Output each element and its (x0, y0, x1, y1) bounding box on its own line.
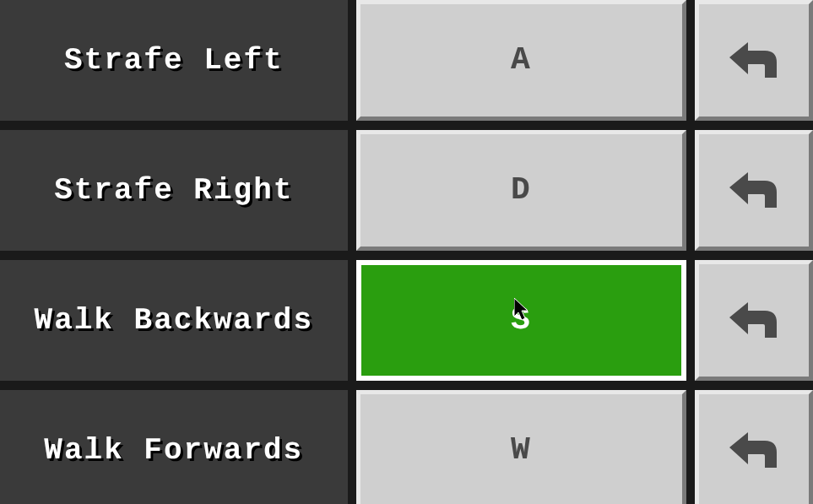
reset-button-walk-backwards[interactable] (695, 260, 813, 381)
reset-button-strafe-left[interactable] (695, 0, 813, 121)
keybind-button-strafe-right[interactable]: D (356, 130, 687, 251)
keybind-button-walk-backwards[interactable]: S (356, 260, 687, 381)
keybind-button-walk-forwards[interactable]: W (356, 390, 687, 504)
reset-button-walk-forwards[interactable] (695, 390, 813, 504)
keybind-label: Walk Forwards (0, 390, 348, 504)
keybind-row-walk-forwards: Walk Forwards W (0, 390, 813, 504)
undo-icon (724, 427, 783, 474)
keybind-label: Strafe Right (0, 130, 348, 251)
reset-button-strafe-right[interactable] (695, 130, 813, 251)
keybind-row-strafe-right: Strafe Right D (0, 130, 813, 251)
keybind-label: Strafe Left (0, 0, 348, 121)
keybind-row-walk-backwards: Walk Backwards S (0, 260, 813, 381)
undo-icon (724, 297, 783, 344)
keybind-label: Walk Backwards (0, 260, 348, 381)
keybind-button-strafe-left[interactable]: A (356, 0, 687, 121)
keybind-row-strafe-left: Strafe Left A (0, 0, 813, 121)
undo-icon (724, 167, 783, 214)
keybind-list: Strafe Left A Strafe Right D Walk Backwa… (0, 0, 813, 504)
undo-icon (724, 37, 783, 84)
